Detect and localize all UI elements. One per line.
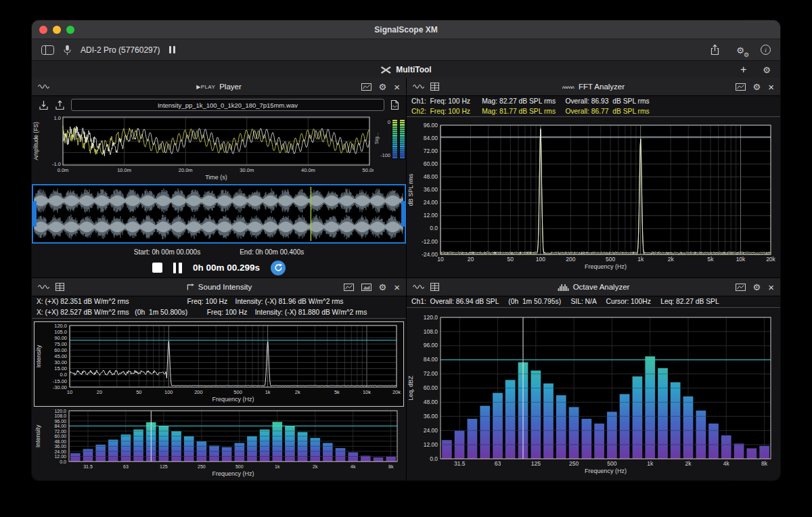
svg-text:Frequency (Hz): Frequency (Hz)	[585, 468, 627, 474]
intensity-octave-chart[interactable]: 120.0108.096.0084.0072.0060.0048.0036.00…	[34, 408, 404, 479]
svg-text:84.00: 84.00	[424, 135, 438, 141]
svg-text:-12.00: -12.00	[422, 238, 438, 245]
svg-text:60.00: 60.00	[424, 160, 438, 167]
svg-text:-1.0: -1.0	[52, 161, 61, 167]
import-file-icon[interactable]	[39, 100, 49, 110]
svg-text:1k: 1k	[265, 389, 271, 395]
chart-line-icon[interactable]	[736, 284, 746, 291]
svg-text:8k: 8k	[388, 464, 394, 469]
multitool-bar: MultiTool + ⚙	[32, 61, 780, 79]
share-icon[interactable]	[710, 44, 720, 55]
data-table-icon[interactable]	[55, 283, 64, 291]
signal-icon[interactable]	[38, 83, 49, 90]
microphone-icon[interactable]	[64, 45, 71, 55]
chart-line-icon[interactable]	[736, 83, 746, 91]
svg-text:72.00: 72.00	[424, 148, 438, 154]
svg-text:48.00: 48.00	[54, 439, 66, 444]
multitool-title: MultiTool	[396, 65, 431, 74]
svg-text:Frequency (Hz): Frequency (Hz)	[212, 396, 254, 403]
titlebar: SignalScope XM	[32, 20, 780, 39]
svg-text:50.0m: 50.0m	[363, 167, 374, 173]
svg-text:500: 500	[607, 460, 616, 467]
pause-button[interactable]	[173, 263, 182, 273]
svg-text:10: 10	[437, 256, 444, 263]
add-tool-button[interactable]: +	[740, 64, 746, 75]
file-row	[32, 96, 406, 114]
fft-settings-button[interactable]: ⚙	[753, 83, 761, 91]
close-octave-button[interactable]: ×	[768, 282, 774, 292]
data-table-icon[interactable]	[430, 283, 439, 291]
svg-text:15.00: 15.00	[54, 365, 67, 372]
intensity-settings-button[interactable]: ⚙	[379, 283, 387, 292]
svg-text:75.00: 75.00	[54, 341, 67, 347]
device-name[interactable]: ADI-2 Pro (57760297)	[81, 45, 160, 55]
svg-text:1k: 1k	[647, 460, 654, 467]
svg-text:Intensity: Intensity	[35, 424, 41, 447]
stop-button[interactable]	[152, 263, 162, 273]
signal-icon[interactable]	[38, 284, 49, 290]
octave-settings-button[interactable]: ⚙	[753, 283, 761, 292]
octave-header: Octave Analyzer ⚙ ×	[407, 278, 780, 296]
svg-text:120.0: 120.0	[54, 409, 66, 413]
svg-text:90.00: 90.00	[54, 335, 67, 341]
info-icon[interactable]: i	[761, 45, 771, 55]
octave-bars-icon	[558, 284, 569, 291]
svg-text:Time (s): Time (s)	[205, 174, 227, 181]
svg-text:0.0: 0.0	[430, 455, 438, 462]
svg-text:24.00: 24.00	[424, 427, 438, 434]
svg-text:30.0m: 30.0m	[240, 167, 254, 173]
svg-text:-30.00: -30.00	[53, 384, 67, 390]
sidebar-toggle-button[interactable]	[41, 45, 54, 55]
svg-text:60.00: 60.00	[424, 384, 438, 391]
sound-intensity-panel: Sound Intensity ⚙ × X: (+X) 82.351 dB W/…	[32, 278, 406, 480]
intensity-readout-1: X: (+X) 82.351 dB W/m^2 rms Freq: 100 Hz…	[32, 296, 406, 307]
save-file-icon[interactable]	[390, 99, 399, 110]
multitool-settings-button[interactable]: ⚙	[763, 66, 771, 74]
svg-text:36.00: 36.00	[424, 413, 438, 420]
data-table-icon[interactable]	[430, 83, 439, 91]
toolbar: ADI-2 Pro (57760297) ⚙⚙ i	[32, 39, 780, 61]
svg-text:2k: 2k	[295, 389, 300, 395]
fft-header: FFT Analyzer ⚙ ×	[407, 78, 780, 96]
export-file-icon[interactable]	[55, 100, 65, 110]
svg-text:100: 100	[164, 389, 173, 395]
svg-text:48.00: 48.00	[424, 399, 438, 405]
svg-text:24.00: 24.00	[424, 199, 438, 206]
fft-spectrum-chart[interactable]: 96.0084.0072.0060.0048.0036.0024.0012.00…	[407, 120, 780, 277]
svg-text:125: 125	[160, 464, 168, 469]
chart-area-icon[interactable]	[361, 284, 371, 291]
svg-text:10.0m: 10.0m	[117, 167, 131, 173]
multitool-selector[interactable]: MultiTool	[380, 65, 431, 74]
svg-text:4k: 4k	[723, 460, 730, 467]
player-waveform-chart[interactable]: 0.0m10.0m20.0m30.0m40.0m50.0m1.0-1.0Time…	[32, 114, 374, 184]
signal-icon[interactable]	[413, 284, 424, 290]
intensity-spectrum-chart[interactable]: 120.0105.090.0075.0060.0045.0030.0015.00…	[34, 321, 404, 407]
svg-text:500: 500	[235, 464, 244, 469]
chart-line-icon[interactable]	[361, 83, 371, 91]
svg-text:84.00: 84.00	[424, 356, 438, 363]
close-player-button[interactable]: ×	[394, 82, 400, 92]
player-settings-button[interactable]: ⚙	[379, 83, 387, 91]
svg-text:12.00: 12.00	[424, 441, 438, 448]
close-intensity-button[interactable]: ×	[394, 282, 400, 292]
selection-handle-right[interactable]	[401, 201, 405, 227]
close-fft-button[interactable]: ×	[768, 82, 774, 92]
player-title: Player	[219, 83, 242, 91]
svg-text:8k: 8k	[761, 460, 768, 467]
pause-indicator-icon[interactable]	[169, 46, 175, 53]
window-title: SignalScope XM	[32, 25, 780, 35]
signal-icon[interactable]	[413, 83, 424, 90]
svg-text:1k: 1k	[275, 464, 280, 469]
selection-handle-left[interactable]	[33, 201, 37, 227]
filename-field[interactable]	[71, 99, 384, 111]
loop-button[interactable]	[271, 261, 286, 275]
octave-spectrum-chart[interactable]: 120.0108.096.0084.0072.0060.0048.0036.00…	[407, 311, 780, 480]
svg-text:2k: 2k	[668, 256, 675, 263]
chart-line-icon[interactable]	[344, 284, 354, 291]
settings-gears-icon[interactable]: ⚙⚙	[736, 44, 744, 56]
signal-level-meter: Sig... 0 -100	[374, 114, 406, 184]
svg-text:5k: 5k	[708, 256, 715, 263]
svg-text:96.00: 96.00	[424, 342, 438, 349]
waveform-overview[interactable]	[32, 184, 406, 244]
selection-end-label: End: 0h 00m 00.400s	[240, 248, 304, 256]
